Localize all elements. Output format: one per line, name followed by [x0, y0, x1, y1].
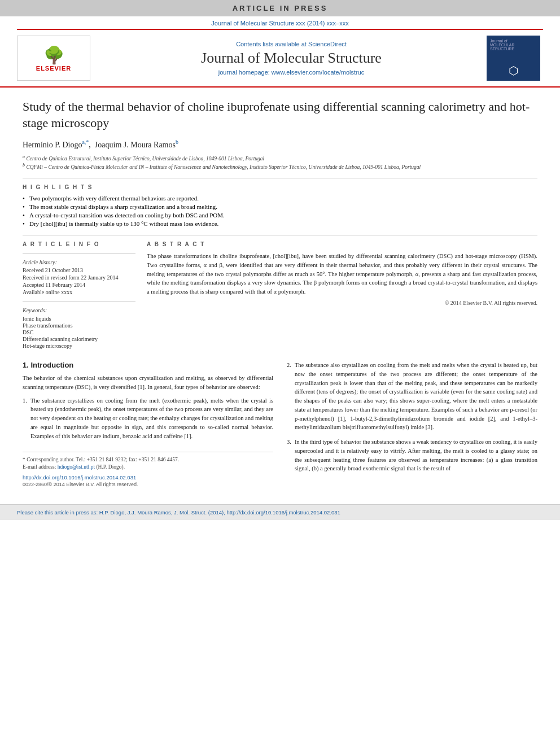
highlight-1-text: Two polymorphs with very different therm…	[29, 195, 199, 202]
cite-label: Please cite this article in press as: H.…	[17, 509, 225, 516]
footnote-email: E-mail address: hdiogo@ist.utl.pt (H.P. …	[23, 464, 273, 470]
journal-logo-area: Journal ofMOLECULARSTRUCTURE ⬡	[487, 36, 543, 81]
item-2-text: The substance also crystallizes on cooli…	[295, 361, 537, 432]
keyword-1: Ionic liquids	[23, 316, 135, 322]
keywords-label: Keywords:	[23, 307, 135, 313]
item-1-num: 1.	[23, 396, 27, 441]
affil-2-sup: b	[23, 163, 25, 168]
highlight-3-text: A crystal-to-crystal transition was dete…	[29, 212, 225, 219]
journal-link-text: Journal of Molecular Structure xxx (2014…	[211, 20, 348, 27]
keyword-3: DSC	[23, 329, 135, 335]
item-3-text: In the third type of behavior the substa…	[295, 438, 537, 473]
email-label: E-mail address:	[23, 464, 56, 470]
affil-1-sup: a	[23, 154, 25, 159]
journal-logo-box: Journal ofMOLECULARSTRUCTURE ⬡	[487, 36, 540, 81]
body-col-left: 1. Introduction The behavior of the chem…	[23, 361, 273, 487]
banner-text: ARTICLE IN PRESS	[233, 4, 328, 12]
body-col-right: 2. The substance also crystallizes on co…	[287, 361, 537, 487]
elsevier-logo: 🌳 ELSEVIER	[17, 36, 90, 81]
keyword-4: Differential scanning calorimetry	[23, 336, 135, 342]
page: ARTICLE IN PRESS Journal of Molecular St…	[0, 0, 560, 747]
email-link[interactable]: hdiogo@ist.utl.pt	[58, 464, 95, 470]
revised-line: Received in revised form 22 January 2014	[23, 274, 135, 281]
affil-1-text: Centro de Química Estrutural, Instituto …	[26, 156, 264, 161]
journal-header-center: Contents lists available at ScienceDirec…	[96, 41, 487, 76]
highlight-3: A crystal-to-crystal transition was dete…	[23, 212, 537, 219]
doi-section: http://dx.doi.org/10.1016/j.molstruc.201…	[23, 474, 273, 487]
highlight-2-text: The most stable crystal displays a sharp…	[29, 203, 217, 210]
keyword-2: Phase transformations	[23, 322, 135, 329]
accepted-line: Accepted 11 February 2014	[23, 282, 135, 288]
body-content: 1. Introduction The behavior of the chem…	[23, 361, 537, 487]
highlight-4: Dry [chol][ibu] is thermally stable up t…	[23, 220, 537, 227]
main-content: Study of the thermal behavior of choline…	[0, 88, 560, 499]
journal-homepage: journal homepage: www.elsevier.com/locat…	[96, 69, 487, 76]
contents-link[interactable]: ScienceDirect	[308, 41, 347, 47]
contents-label: Contents lists available at	[236, 41, 307, 47]
info-abstract-cols: A R T I C L E I N F O Article history: R…	[23, 241, 537, 350]
journal-link-line: Journal of Molecular Structure xxx (2014…	[0, 16, 560, 29]
highlights-label: H I G H L I G H T S	[23, 184, 537, 190]
contents-line: Contents lists available at ScienceDirec…	[96, 41, 487, 47]
copyright-footer: 0022-2860/© 2014 Elsevier B.V. All right…	[23, 482, 273, 487]
abstract-col: A B S T R A C T The phase transformation…	[147, 241, 537, 350]
author-1-sup: a,*	[82, 139, 89, 145]
info-divider-top	[23, 253, 135, 254]
logo-tree-icon: 🌳	[43, 45, 64, 65]
homepage-text: journal homepage: www.elsevier.com/locat…	[218, 69, 365, 76]
item-2-num: 2.	[287, 361, 291, 432]
keywords-list: Ionic liquids Phase transformations DSC …	[23, 316, 135, 349]
numbered-item-1: 1. The substance crystallizes on cooling…	[23, 396, 273, 441]
elsevier-logo-area: 🌳 ELSEVIER	[17, 36, 96, 81]
numbered-item-2: 2. The substance also crystallizes on co…	[287, 361, 537, 432]
author-2-sup: b	[176, 139, 178, 145]
elsevier-text: ELSEVIER	[36, 65, 71, 72]
item-3-num: 3.	[287, 438, 291, 473]
affil-2-text: CQFMi – Centro de Química-Física Molecul…	[26, 164, 421, 170]
article-info-col: A R T I C L E I N F O Article history: R…	[23, 241, 135, 350]
article-info-label: A R T I C L E I N F O	[23, 241, 135, 247]
article-in-press-banner: ARTICLE IN PRESS	[0, 0, 560, 16]
keyword-5: Hot-stage microscopy	[23, 343, 135, 349]
author-2-name: Joaquim J. Moura Ramos	[95, 141, 176, 149]
intro-heading: 1. Introduction	[23, 361, 273, 369]
jms-molecule-icon: ⬡	[490, 64, 537, 77]
info-divider-mid	[23, 301, 135, 302]
journal-header: 🌳 ELSEVIER Contents lists available at S…	[0, 30, 560, 88]
affiliation-2: b CQFMi – Centro de Química-Física Molec…	[23, 163, 537, 170]
received-line: Received 21 October 2013	[23, 267, 135, 273]
doi-link-1[interactable]: http://dx.doi.org/10.1016/j.molstruc.201…	[23, 474, 273, 480]
footnotes-area: * Corresponding author. Tel.: +351 21 84…	[23, 452, 273, 470]
bottom-bar: Please cite this article in press as: H.…	[0, 504, 560, 520]
affiliation-1: a Centro de Química Estrutural, Institut…	[23, 154, 537, 161]
available-line: Available online xxxx	[23, 289, 135, 295]
authors-line: Hermínio P. Diogoa,*, Joaquim J. Moura R…	[23, 139, 537, 150]
body-two-col: 1. Introduction The behavior of the chem…	[23, 361, 537, 487]
article-info-section: Article history: Received 21 October 201…	[23, 253, 135, 349]
item-1-text: The substance crystallizes on cooling fr…	[30, 396, 273, 441]
article-title: Study of the thermal behavior of choline…	[23, 99, 537, 131]
divider-1	[23, 178, 537, 178]
jms-top-text: Journal ofMOLECULARSTRUCTURE	[490, 39, 537, 51]
highlights-section: H I G H L I G H T S Two polymorphs with …	[23, 184, 537, 227]
word-three: three	[353, 457, 365, 463]
email-suffix: (H.P. Diogo).	[96, 464, 125, 470]
copyright-line: © 2014 Elsevier B.V. All rights reserved…	[147, 300, 537, 306]
numbered-item-3: 3. In the third type of behavior the sub…	[287, 438, 537, 473]
intro-paragraph: The behavior of the chemical substances …	[23, 374, 273, 392]
highlight-2: The most stable crystal displays a sharp…	[23, 203, 537, 210]
author-1-name: Hermínio P. Diogo	[23, 141, 82, 149]
doi-bottom-link[interactable]: http://dx.doi.org/10.1016/j.molstruc.201…	[227, 509, 340, 516]
abstract-label: A B S T R A C T	[147, 241, 537, 247]
history-label: Article history:	[23, 259, 135, 265]
abstract-text: The phase transformations in choline ibu…	[147, 252, 537, 296]
divider-2	[23, 235, 537, 235]
journal-main-title: Journal of Molecular Structure	[96, 50, 487, 67]
footnote-corresponding: * Corresponding author. Tel.: +351 21 84…	[23, 457, 273, 462]
highlight-1: Two polymorphs with very different therm…	[23, 195, 537, 202]
affiliations: a Centro de Química Estrutural, Institut…	[23, 154, 537, 170]
highlight-4-text: Dry [chol][ibu] is thermally stable up t…	[29, 220, 218, 227]
